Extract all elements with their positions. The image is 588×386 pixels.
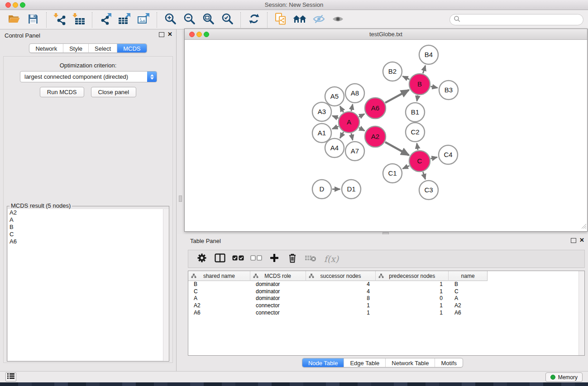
graph-node-label-C2: C2 [411,128,419,136]
delete-table-button[interactable] [302,252,319,266]
floppy-disk-icon [28,14,38,26]
memory-button[interactable]: Memory [545,372,583,382]
show-columns-button[interactable] [212,252,228,266]
graph-edge-A-A5[interactable] [340,106,344,112]
mcds-result-list: A2ABCA6 [8,209,168,361]
tab-network-table[interactable]: Network Table [385,358,435,367]
graph-edge-A-A7[interactable] [351,133,353,140]
network-window-titlebar[interactable]: testGlobe.txt [185,29,587,40]
zoom-in-button[interactable] [161,12,180,28]
float-panel-icon[interactable] [159,32,164,37]
first-neighbors-button[interactable] [290,12,309,28]
mcds-result-item[interactable]: C [8,231,168,238]
mcds-result-item[interactable]: A [8,216,168,224]
refresh-view-button[interactable] [244,12,263,28]
graph-edge-C-C1[interactable] [403,166,409,168]
graph-edge-A6-B[interactable] [385,90,409,103]
open-session-button[interactable] [5,12,24,28]
select-all-rows-button[interactable] [230,252,246,266]
table-cell: 4 [306,281,376,288]
zoom-selected-button[interactable] [218,12,237,28]
hide-selected-button[interactable] [309,12,328,28]
graph-edge-B-B4[interactable] [423,66,425,73]
table-row[interactable]: Cdominator41C [188,288,584,295]
run-mcds-button[interactable]: Run MCDS [40,87,84,97]
graph-edge-C-C3[interactable] [423,172,425,179]
table-row[interactable]: A6connector11A6 [188,310,584,317]
graph-edge-C-C4[interactable] [430,157,437,158]
export-network-button[interactable] [96,12,115,28]
toolbar-separator [267,12,268,28]
zoom-out-button[interactable] [180,12,199,28]
application-window: Session: New Session [0,0,588,386]
gear-icon [197,253,207,265]
delete-column-button[interactable] [284,252,301,266]
table-scrollbar[interactable] [578,271,584,355]
table-row[interactable]: Adominator80A [188,295,584,302]
table-cell: 1 [376,281,449,288]
tab-select[interactable]: Select [88,44,117,52]
column-header-successor-nodes[interactable]: successor nodes [306,271,376,281]
task-history-button[interactable] [5,372,16,381]
table-cell: connector [250,310,306,317]
table-row[interactable]: Bdominator41B [188,281,584,288]
graph-edge-C-C2[interactable] [417,143,418,150]
window-resize-grip[interactable] [581,223,587,231]
graph-edge-A2-C[interactable] [385,142,409,155]
add-column-button[interactable] [266,252,282,266]
criterion-select[interactable]: largest connected component (directed) [20,71,157,82]
mcds-result-item[interactable]: A6 [8,238,168,245]
graph-node-label-D1: D1 [347,185,355,193]
export-image-button[interactable] [134,12,153,28]
save-session-button[interactable] [24,12,43,28]
graph-edge-A-A2[interactable] [359,128,364,131]
tab-style[interactable]: Style [63,44,88,52]
vertical-splitter-grip[interactable] [179,195,182,202]
column-header-name[interactable]: name [449,271,487,281]
deselect-all-rows-button[interactable] [248,252,264,266]
table-row[interactable]: A2connector11A2 [188,302,584,310]
search-field[interactable] [449,14,583,25]
column-header-shared-name[interactable]: shared name [188,271,250,281]
tab-node-table[interactable]: Node Table [302,358,344,367]
search-input[interactable] [460,15,583,24]
graph-edge-A-A8[interactable] [351,104,353,111]
mcds-list-scrollbar[interactable] [163,209,169,361]
import-network-button[interactable] [50,12,69,28]
column-header-predecessor-nodes[interactable]: predecessor nodes [376,271,449,281]
table-panel: Table Panel ✕ [177,234,588,371]
graph-edge-A-A4[interactable] [340,132,344,138]
table-settings-button[interactable] [194,252,210,266]
float-table-panel-icon[interactable] [571,238,576,243]
new-network-from-selection-button[interactable] [271,12,290,28]
graph-edge-B-B1[interactable] [417,95,418,101]
close-panel-button[interactable]: Close panel [91,87,137,97]
tab-edge-table[interactable]: Edge Table [344,358,385,367]
function-builder-button[interactable]: f(x) [320,252,342,266]
import-table-button[interactable] [69,12,88,28]
graph-edge-A-A3[interactable] [332,116,338,118]
mcds-result-item[interactable]: A2 [8,209,168,216]
titlebar: Session: New Session [0,0,588,10]
mcds-result-group: MCDS result (5 nodes) A2ABCA6 [7,206,169,362]
graph-edge-A-A1[interactable] [332,126,339,129]
show-all-button[interactable] [328,12,347,28]
network-canvas[interactable]: B4B2BB3A5A8A6B1A3AC2A1A2A4A7C4CC1C3DD1 [185,40,587,231]
criterion-label: Optimization criterion: [4,62,172,69]
table-cell: 1 [376,302,449,310]
close-table-panel-icon[interactable]: ✕ [579,237,584,243]
desktop-background-strip [0,382,588,386]
tab-motifs[interactable]: Motifs [435,358,463,367]
export-table-button[interactable] [115,12,134,28]
zoom-fit-button[interactable] [199,12,218,28]
mcds-result-item[interactable]: B [8,224,168,231]
graph-node-label-A8: A8 [351,89,359,97]
tab-network[interactable]: Network [29,44,63,52]
column-header-MCDS-role[interactable]: MCDS role [250,271,306,281]
close-panel-icon[interactable]: ✕ [167,31,172,38]
graph-edge-A-A6[interactable] [359,114,364,117]
tab-mcds[interactable]: MCDS [117,44,146,52]
graph-edge-B-B2[interactable] [403,76,410,80]
graph-node-label-D: D [320,185,325,193]
graph-edge-B-B3[interactable] [430,86,437,88]
